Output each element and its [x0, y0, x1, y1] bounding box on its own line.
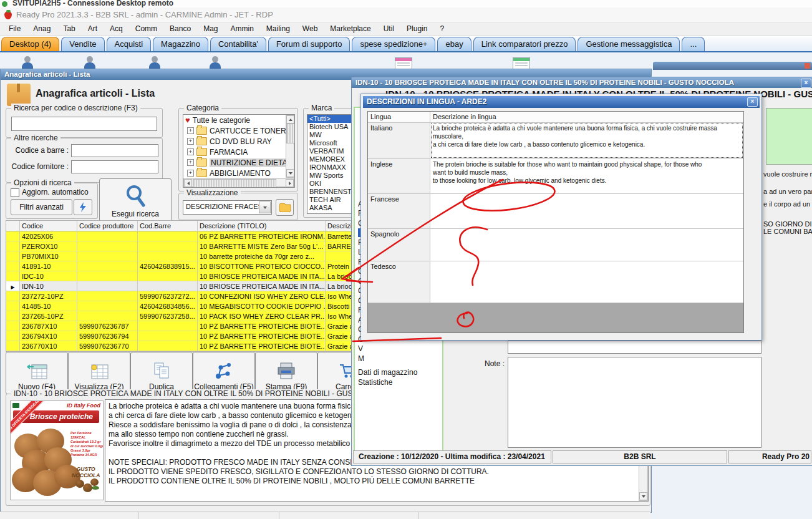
menu-mag[interactable]: Mag: [197, 24, 224, 33]
tab-vendite[interactable]: Vendite: [61, 37, 104, 51]
scroll-down-icon[interactable]: [286, 169, 294, 177]
tab-gestione-messaggistica[interactable]: Gestione messaggistica: [578, 37, 680, 51]
menu-acq[interactable]: Acq: [104, 24, 129, 33]
green-description-panel[interactable]: [766, 108, 812, 165]
language-row-italiano[interactable]: Italiano La brioche proteica è adatta a …: [368, 123, 743, 159]
print-button[interactable]: Stampa (F9): [255, 352, 317, 394]
sidebar-item[interactable]: M: [358, 354, 364, 363]
tree-item-abbigliamento[interactable]: + ABBIGLIAMENTO: [183, 168, 294, 178]
scroll-down-icon[interactable]: [639, 492, 647, 500]
scroll-right-icon[interactable]: [286, 179, 294, 187]
tab-contabilita[interactable]: Contabilita': [210, 37, 266, 51]
tree-item-cd-dvd[interactable]: + CD DVD BLU RAY: [183, 136, 294, 147]
display-folder-button[interactable]: [276, 199, 294, 216]
sidebar-item-dati-magazzino[interactable]: Dati di magazzino: [358, 368, 417, 377]
close-icon[interactable]: [805, 63, 810, 69]
menu-banco[interactable]: Banco: [163, 24, 197, 33]
scroll-up-icon[interactable]: [286, 115, 294, 124]
language-text[interactable]: [430, 229, 743, 261]
row-selector[interactable]: [6, 291, 20, 301]
header-cod-barre[interactable]: Cod.Barre: [138, 221, 198, 231]
links-button[interactable]: Collegamenti (F5): [193, 352, 255, 394]
row-selector[interactable]: [6, 271, 20, 281]
menu-anag[interactable]: Anag: [27, 24, 57, 33]
dialog-titlebar[interactable]: DESCRIZIONI IN LINGUA - ARDE2: [363, 96, 760, 108]
language-text[interactable]: La brioche proteica è adatta a chi vuole…: [430, 123, 743, 158]
category-vscrollbar[interactable]: [286, 115, 294, 178]
chevron-down-icon[interactable]: [259, 201, 271, 213]
view-button[interactable]: Visualizza (F2): [68, 352, 130, 394]
duplicate-button[interactable]: Duplica: [130, 352, 193, 394]
menu-ammin[interactable]: Ammin: [224, 24, 259, 33]
language-text[interactable]: [430, 194, 743, 228]
quick-filter-button[interactable]: [74, 199, 92, 215]
expand-icon[interactable]: +: [187, 138, 194, 145]
tab-magazzino[interactable]: Magazzino: [153, 37, 208, 51]
row-selector[interactable]: [6, 341, 20, 351]
language-text[interactable]: [430, 261, 743, 303]
detail-field-input[interactable]: [508, 341, 761, 354]
detail-window-titlebar[interactable]: IDN-10 - 10 BRIOSCE PROTEICA MADE IN ITA…: [352, 77, 812, 88]
row-selector[interactable]: ▶: [6, 281, 20, 291]
search-input[interactable]: [11, 117, 157, 131]
supplier-code-input[interactable]: [71, 160, 158, 173]
sidebar-item[interactable]: V: [358, 344, 363, 353]
new-button[interactable]: Nuovo (F4): [6, 352, 68, 394]
row-selector[interactable]: [6, 261, 20, 271]
tab-desktop[interactable]: Desktop (4): [1, 37, 59, 51]
row-selector[interactable]: [6, 331, 20, 341]
header-descrizione-lingua[interactable]: Descrizione in lingua: [430, 112, 743, 122]
row-selector[interactable]: [6, 301, 20, 311]
tab-forum[interactable]: Forum di supporto: [268, 37, 350, 51]
menu-file[interactable]: File: [2, 24, 27, 33]
header-codice-produttore[interactable]: Codice produttore: [77, 221, 138, 231]
advanced-filters-button[interactable]: Filtri avanzati: [11, 199, 72, 215]
tree-item-root[interactable]: ♥ Tutte le categorie: [183, 115, 294, 125]
menu-art[interactable]: Art: [82, 24, 104, 33]
language-text[interactable]: The protein brioche is suitable for thos…: [430, 159, 743, 193]
header-descrizione-titolo[interactable]: Descrizione (TITOLO): [198, 221, 326, 231]
scroll-left-icon[interactable]: [184, 179, 192, 187]
tab-more[interactable]: ...: [682, 37, 705, 51]
menu-web[interactable]: Web: [296, 24, 324, 33]
close-icon[interactable]: ×: [801, 79, 811, 88]
close-icon[interactable]: ×: [747, 97, 758, 107]
tab-spese-spedizione[interactable]: spese spedizione+: [352, 37, 435, 51]
menu-plugin[interactable]: Plugin: [400, 24, 433, 33]
row-selector[interactable]: [6, 241, 20, 251]
menu-mailing[interactable]: Mailing: [260, 24, 296, 33]
tab-link-comparatori[interactable]: Link comparatori prezzo: [473, 37, 576, 51]
barcode-input[interactable]: [71, 144, 158, 157]
run-search-button[interactable]: Esegui ricerca: [99, 178, 172, 221]
menu-tab[interactable]: Tab: [57, 24, 81, 33]
row-selector[interactable]: [6, 251, 20, 261]
language-row-spagnolo[interactable]: Spagnolo: [368, 229, 743, 261]
expand-icon[interactable]: +: [187, 159, 194, 166]
menu-marketplace[interactable]: Marketplace: [324, 24, 377, 33]
tree-item-nutrizione[interactable]: + NUTRIZIONE E DIETA: [183, 157, 294, 168]
scroll-thumb[interactable]: [286, 124, 295, 143]
menu-util[interactable]: Util: [377, 24, 400, 33]
language-row-inglese[interactable]: Inglese The protein brioche is suitable …: [368, 159, 743, 194]
menu-help[interactable]: ?: [433, 24, 450, 33]
header-lingua[interactable]: Lingua: [368, 112, 430, 122]
expand-icon[interactable]: +: [187, 170, 194, 177]
display-select[interactable]: DESCRIZIONE FRACESE: [183, 200, 272, 215]
row-selector[interactable]: [6, 311, 20, 321]
header-codice[interactable]: Codice: [20, 221, 77, 231]
auto-update-checkbox[interactable]: [11, 188, 19, 197]
tab-ebay[interactable]: ebay: [437, 37, 471, 51]
language-row-tedesco[interactable]: Tedesco: [368, 261, 743, 303]
expand-icon[interactable]: +: [187, 127, 194, 134]
tree-item-cartucce[interactable]: + CARTUCCE E TONER: [183, 125, 294, 136]
row-selector[interactable]: [6, 321, 20, 331]
sidebar-item-statistiche[interactable]: Statistiche: [358, 378, 392, 387]
note-textarea[interactable]: [508, 357, 761, 448]
category-hscrollbar[interactable]: [183, 178, 294, 187]
menu-comm[interactable]: Comm: [129, 24, 163, 33]
tab-acquisti[interactable]: Acquisti: [107, 37, 152, 51]
language-row-francese[interactable]: Francese: [368, 194, 743, 229]
scroll-thumb[interactable]: [193, 179, 276, 188]
row-selector[interactable]: [6, 231, 20, 241]
expand-icon[interactable]: +: [187, 148, 194, 155]
